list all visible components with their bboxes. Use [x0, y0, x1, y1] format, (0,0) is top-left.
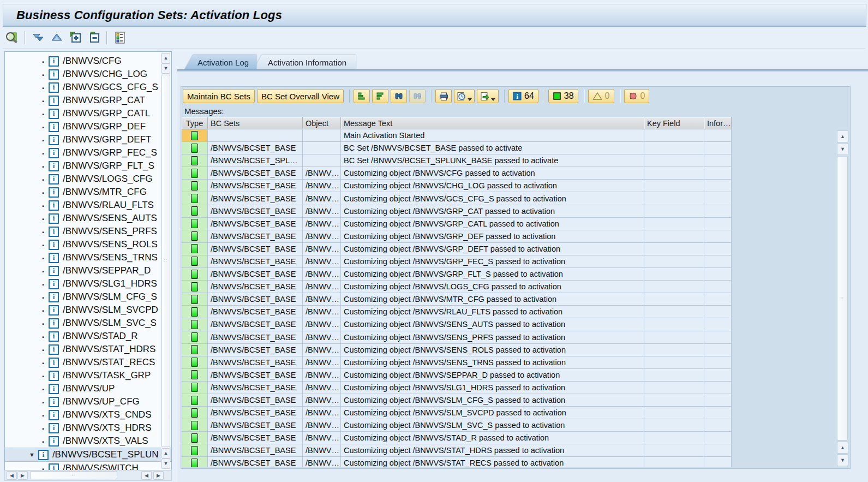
tree-item[interactable]: ·i/BNWVS/GRP_CAT — [5, 94, 171, 107]
collapse-subtree-icon[interactable] — [86, 30, 101, 45]
tree-item[interactable]: ·i/BNWVS/GRP_FEC_S — [5, 146, 171, 159]
tree-item[interactable]: ·i/BNWVS/TASK_GRP — [5, 369, 171, 382]
scrollbar-thumb[interactable]: ∷ — [30, 471, 117, 479]
legend-icon[interactable] — [112, 30, 128, 45]
collapse-all-icon[interactable] — [49, 30, 64, 45]
scroll-up-button[interactable]: ▲ — [161, 448, 170, 459]
table-row[interactable]: /BNWVS/BCSET_BASE/BNWV…Customizing objec… — [182, 180, 732, 192]
column-header-key-field[interactable]: Key Field — [644, 117, 704, 129]
scrollbar-thumb[interactable]: ∷ — [161, 75, 170, 447]
column-header-bc-sets[interactable]: BC Sets — [208, 117, 303, 129]
warning-count-button[interactable]: 0 — [588, 89, 614, 103]
tree-item[interactable]: ·i/BNWVS/SENS_PRFS — [5, 225, 171, 238]
tree-item[interactable]: ·i/BNWVS/SENS_AUTS — [5, 212, 171, 225]
tree-item[interactable]: ·i/BNWVS/GRP_DEFT — [5, 133, 171, 146]
tree-item[interactable]: ·i/BNWVS/STAT_HDRS — [5, 343, 171, 356]
table-row[interactable]: /BNWVS/BCSET_BASE/BNWV…Customizing objec… — [182, 318, 732, 331]
table-row[interactable]: /BNWVS/BCSET_BASE/BNWV…Customizing objec… — [182, 444, 732, 457]
table-row[interactable]: /BNWVS/BCSET_BASE/BNWV…Customizing objec… — [182, 394, 732, 407]
scroll-up-button[interactable]: ▲ — [837, 442, 848, 454]
tree-item[interactable]: ·i/BNWVS/SLM_SVCPD — [5, 304, 171, 317]
tab-activation-log[interactable]: Activation Log — [184, 55, 256, 70]
table-row[interactable]: /BNWVS/BCSET_BASE/BNWV…Customizing objec… — [182, 419, 732, 432]
display-log-icon[interactable] — [4, 30, 20, 45]
table-row[interactable]: /BNWVS/BCSET_BASE/BNWV…Customizing objec… — [182, 281, 732, 293]
tree-item[interactable]: ·i/BNWVS/UP — [5, 382, 171, 395]
success-count-button[interactable]: 38 — [548, 89, 578, 103]
table-row[interactable]: /BNWVS/BCSET_BASE/BNWV…Customizing objec… — [182, 268, 732, 281]
column-header-object[interactable]: Object — [303, 117, 341, 129]
tree-item[interactable]: ·i/BNWVS/UP_CFG — [5, 395, 171, 408]
scroll-right-button[interactable]: ▶ — [153, 471, 164, 480]
tree-item-expanded-node[interactable]: ▼ i /BNWVS/BCSET_SPLUN — [5, 448, 171, 462]
tree-horizontal-scrollbar[interactable]: ◀ ▶ ∷ ◀ ▶ — [4, 470, 172, 481]
tree-item[interactable]: ·i/BNWVS/XTS_VALS — [5, 435, 171, 448]
table-row[interactable]: /BNWVS/BCSET_BASE/BNWV…Customizing objec… — [182, 306, 732, 318]
table-row[interactable]: /BNWVS/BCSET_BASE/BNWV…Customizing objec… — [182, 369, 732, 382]
choose-layout-button[interactable] — [454, 89, 475, 103]
scroll-down-button[interactable]: ▼ — [161, 63, 170, 74]
tree-item[interactable]: ·i/BNWVS/GCS_CFG_S — [5, 81, 171, 94]
scroll-down-button[interactable]: ▼ — [837, 454, 848, 466]
table-row[interactable]: /BNWVS/BCSET_BASE/BNWV…Customizing objec… — [182, 243, 732, 255]
tree-item[interactable]: ·i/BNWVS/GRP_DEF — [5, 120, 171, 133]
scrollbar-thumb[interactable]: ∷ — [837, 157, 848, 441]
column-header-information[interactable]: Infor… — [704, 117, 732, 129]
scroll-down-button[interactable]: ▼ — [161, 459, 170, 469]
tree-vertical-scrollbar[interactable]: ▲ ▼ ∷ ▲ ▼ — [161, 52, 170, 469]
tree-item[interactable]: ·i/BNWVS/STAT_RECS — [5, 356, 171, 369]
table-row[interactable]: /BNWVS/BCSET_BASE/BNWV…Customizing objec… — [182, 192, 732, 205]
expand-all-icon[interactable] — [31, 30, 46, 45]
scroll-left-button[interactable]: ◀ — [7, 471, 17, 480]
scroll-up-button[interactable]: ▲ — [837, 130, 848, 142]
table-row[interactable]: /BNWVS/BCSET_BASE/BNWV…Customizing objec… — [182, 382, 732, 394]
scroll-down-button[interactable]: ▼ — [837, 143, 848, 155]
sort-ascending-button[interactable] — [354, 89, 370, 103]
tree-item[interactable]: ·i/BNWVS/GRP_CATL — [5, 107, 171, 120]
table-row[interactable]: /BNWVS/BCSET_BASE/BNWV…Customizing objec… — [182, 255, 732, 268]
sort-descending-button[interactable] — [372, 89, 388, 103]
tab-activation-information[interactable]: Activation Information — [253, 55, 356, 70]
collapse-node-icon[interactable]: ▼ — [29, 451, 35, 458]
table-row[interactable]: /BNWVS/BCSET_BASE/BNWV…Customizing objec… — [182, 205, 732, 218]
tree-item[interactable]: ·i/BNWVS/STAD_R — [5, 330, 171, 343]
bc-set-overall-view-button[interactable]: BC Set Overvall View — [257, 89, 344, 103]
tree-item[interactable]: ·i/BNWVS/SLG1_HDRS — [5, 277, 171, 290]
print-button[interactable] — [435, 89, 452, 103]
table-row[interactable]: Main Activation Started — [182, 129, 732, 142]
table-row[interactable]: /BNWVS/BCSET_BASE/BNWV…Customizing objec… — [182, 218, 732, 230]
tree-item[interactable]: · i /BNWVS/SWITCH — [5, 462, 171, 471]
table-row[interactable]: /BNWVS/BCSET_BASE/BNWV…Customizing objec… — [182, 432, 732, 444]
tree-item[interactable]: ·i/BNWVS/SENS_TRNS — [5, 251, 171, 264]
tree-item[interactable]: ·i/BNWVS/XTS_HDRS — [5, 421, 171, 435]
tree-item[interactable]: ·i/BNWVS/CFG — [5, 55, 171, 68]
export-button[interactable] — [477, 89, 499, 103]
scroll-right-button[interactable]: ▶ — [17, 471, 28, 480]
scroll-up-button[interactable]: ▲ — [161, 53, 170, 63]
info-count-button[interactable]: i 64 — [508, 89, 538, 103]
expand-subtree-icon[interactable] — [68, 30, 83, 45]
tree-item[interactable]: ·i/BNWVS/SLM_CFG_S — [5, 290, 171, 304]
table-row[interactable]: /BNWVS/BCSET_SPL…BC Set /BNWVS/BCSET_SPL… — [182, 154, 732, 167]
table-row[interactable]: /BNWVS/BCSET_BASE/BNWV…Customizing objec… — [182, 344, 732, 356]
table-row[interactable]: /BNWVS/BCSET_BASE/BNWV…Customizing objec… — [182, 293, 732, 306]
tree-item[interactable]: ·i/BNWVS/SENS_ROLS — [5, 238, 171, 251]
column-header-type[interactable]: Type — [182, 117, 208, 129]
tree-item[interactable]: ·i/BNWVS/MTR_CFG — [5, 186, 171, 199]
column-header-message-text[interactable]: Message Text — [341, 117, 644, 129]
tree-item[interactable]: ·i/BNWVS/LOGS_CFG — [5, 172, 171, 186]
table-row[interactable]: /BNWVS/BCSET_BASE/BNWV…Customizing objec… — [182, 167, 732, 180]
table-vertical-scrollbar[interactable]: ▲ ▼ ∷ ▲ ▼ — [836, 129, 849, 468]
scroll-left-button[interactable]: ◀ — [141, 471, 152, 480]
table-row[interactable]: /BNWVS/BCSET_BASEBC Set /BNWVS/BCSET_BAS… — [182, 142, 732, 154]
table-row[interactable]: /BNWVS/BCSET_BASE/BNWV…Customizing objec… — [182, 457, 732, 467]
find-button[interactable] — [391, 89, 407, 103]
tree-item[interactable]: ·i/BNWVS/SEPPAR_D — [5, 264, 171, 277]
find-next-button[interactable] — [409, 89, 426, 103]
error-count-button[interactable]: 0 — [624, 89, 650, 103]
table-row[interactable]: /BNWVS/BCSET_BASE/BNWV…Customizing objec… — [182, 407, 732, 419]
tree-item[interactable]: ·i/BNWVS/SLM_SVC_S — [5, 317, 171, 330]
tree-item[interactable]: ·i/BNWVS/RLAU_FLTS — [5, 199, 171, 212]
maintain-bc-sets-button[interactable]: Maintain BC Sets — [183, 89, 255, 103]
tree-item[interactable]: ·i/BNWVS/GRP_FLT_S — [5, 159, 171, 172]
